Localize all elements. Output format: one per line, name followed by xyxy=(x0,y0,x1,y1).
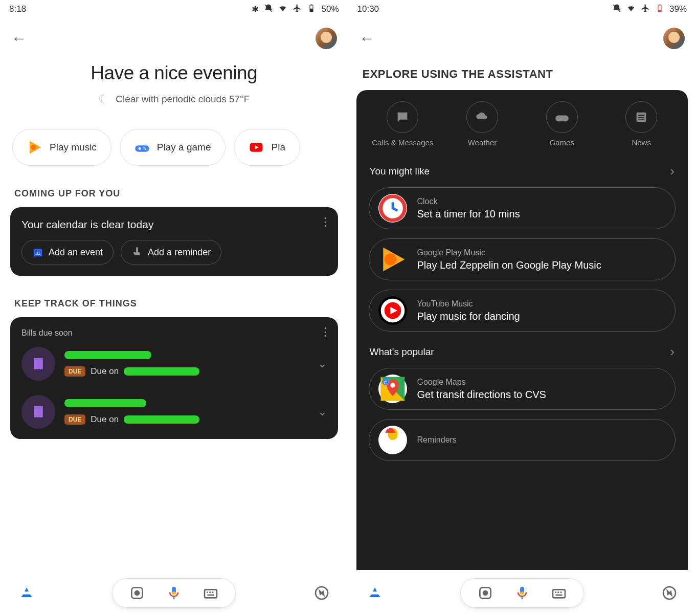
greeting-title: Have a nice evening xyxy=(10,62,338,84)
keyboard-icon[interactable] xyxy=(203,585,219,601)
explore-icon[interactable] xyxy=(313,585,330,601)
category-row: Calls & Messages Weather Games News xyxy=(366,101,679,147)
category-games[interactable]: Games xyxy=(525,101,599,147)
chip-play-music[interactable]: Play music xyxy=(12,129,111,166)
sub-heading: You might like xyxy=(370,166,430,177)
cat-label: Games xyxy=(549,138,574,147)
play-music-icon xyxy=(27,140,42,155)
redacted-text xyxy=(124,415,199,424)
svg-rect-54 xyxy=(555,595,562,596)
svg-rect-7 xyxy=(138,148,141,149)
suggestion-cmd: Get transit directions to CVS xyxy=(417,389,546,401)
chip-label: Play a game xyxy=(157,142,211,153)
weather-row: ☾ Clear with periodic clouds 57°F xyxy=(10,92,338,106)
you-might-like-row[interactable]: You might like › xyxy=(366,160,679,187)
svg-rect-20 xyxy=(207,591,208,593)
cat-label: Calls & Messages xyxy=(372,138,433,147)
updates-icon[interactable] xyxy=(18,585,35,601)
keyboard-icon[interactable] xyxy=(551,585,567,601)
chat-icon xyxy=(395,110,410,124)
gamepad-icon xyxy=(134,140,150,155)
app-name: Clock xyxy=(417,197,520,206)
explore-card: Calls & Messages Weather Games News You … xyxy=(356,90,688,570)
bill-item[interactable]: DUE Due on ⌄ xyxy=(21,340,327,388)
moon-icon: ☾ xyxy=(98,92,109,106)
bill-body: DUE Due on xyxy=(64,399,308,425)
sub-heading: What's popular xyxy=(370,346,434,358)
chip-label: Pla xyxy=(271,142,285,153)
svg-text:31: 31 xyxy=(35,251,40,256)
back-button[interactable]: ← xyxy=(360,31,375,46)
chevron-right-icon[interactable]: › xyxy=(670,344,675,360)
svg-rect-53 xyxy=(560,591,562,593)
svg-rect-2 xyxy=(310,8,313,12)
status-time: 10:30 xyxy=(357,4,379,14)
app-name: Google Maps xyxy=(417,378,546,387)
chip-youtube[interactable]: Pla xyxy=(234,129,300,166)
chip-row: Play music Play a game Pla xyxy=(0,112,348,176)
svg-point-8 xyxy=(143,147,145,149)
mic-icon[interactable] xyxy=(514,585,530,601)
explore-heading: EXPLORE USING THE ASSISTANT xyxy=(348,52,697,90)
lens-icon[interactable] xyxy=(477,585,493,601)
suggestion-cmd: Play Led Zeppelin on Google Play Music xyxy=(417,259,601,271)
svg-point-46 xyxy=(483,591,487,595)
suggestion-play-music[interactable]: Google Play Music Play Led Zeppelin on G… xyxy=(369,238,676,280)
svg-rect-50 xyxy=(553,589,565,598)
lens-icon[interactable] xyxy=(129,585,145,601)
suggestion-clock[interactable]: Clock Set a timer for 10 mins xyxy=(369,187,676,229)
suggestion-maps[interactable]: G Google Maps Get transit directions to … xyxy=(369,368,676,410)
svg-rect-21 xyxy=(210,591,211,593)
status-bar: 10:30 39% xyxy=(348,0,697,18)
chip-play-game[interactable]: Play a game xyxy=(120,129,226,166)
svg-point-15 xyxy=(135,591,139,595)
pill-label: Add an event xyxy=(49,247,103,258)
chip-label: Play music xyxy=(50,142,97,153)
category-news[interactable]: News xyxy=(604,101,679,147)
whats-popular-row[interactable]: What's popular › xyxy=(366,341,679,368)
category-calls[interactable]: Calls & Messages xyxy=(366,101,440,147)
due-prefix: Due on xyxy=(91,414,119,425)
svg-rect-3 xyxy=(311,4,312,5)
updates-icon[interactable] xyxy=(367,585,383,601)
suggestion-yt-music[interactable]: YouTube Music Play music for dancing xyxy=(369,290,676,332)
svg-rect-31 xyxy=(638,115,644,116)
section-coming-up: COMING UP FOR YOU xyxy=(0,176,348,207)
status-icons: 39% xyxy=(612,4,687,15)
svg-rect-22 xyxy=(212,591,214,593)
receipt-icon xyxy=(21,347,55,381)
section-keep-track: KEEP TRACK OF THINGS xyxy=(0,286,348,317)
add-event-button[interactable]: 31 Add an event xyxy=(21,240,114,265)
chevron-down-icon[interactable]: ⌄ xyxy=(318,405,327,419)
calendar-card-title: Your calendar is clear today xyxy=(21,218,327,231)
suggestion-reminders[interactable]: Reminders xyxy=(369,419,676,461)
wifi-icon xyxy=(278,4,287,15)
back-button[interactable]: ← xyxy=(11,31,27,46)
svg-rect-49 xyxy=(520,591,524,594)
add-reminder-button[interactable]: Add a reminder xyxy=(121,240,221,265)
weather-text: Clear with periodic clouds 57°F xyxy=(116,94,250,105)
bottom-nav xyxy=(0,570,348,616)
card-menu-button[interactable]: ⋮ xyxy=(320,216,331,228)
avatar[interactable] xyxy=(316,28,337,49)
wifi-icon xyxy=(626,4,636,15)
category-weather[interactable]: Weather xyxy=(445,101,520,147)
chevron-right-icon[interactable]: › xyxy=(670,163,675,179)
bills-card-title: Bills due soon xyxy=(21,328,327,338)
yt-music-icon xyxy=(378,296,407,325)
chevron-down-icon[interactable]: ⌄ xyxy=(318,357,327,370)
avatar[interactable] xyxy=(663,28,685,49)
bill-body: DUE Due on xyxy=(64,351,308,377)
redacted-text xyxy=(64,399,146,407)
assistant-pill xyxy=(460,578,584,608)
screen-right: 10:30 39% ← EXPLORE USING THE ASSISTANT … xyxy=(348,0,697,616)
due-badge: DUE xyxy=(64,366,85,377)
mic-icon[interactable] xyxy=(166,585,182,601)
calendar-icon: 31 xyxy=(32,247,43,258)
card-menu-button[interactable]: ⋮ xyxy=(320,326,331,338)
airplane-icon xyxy=(641,4,650,15)
bill-item[interactable]: DUE Due on ⌄ xyxy=(21,388,327,436)
explore-icon[interactable] xyxy=(661,585,678,601)
receipt-icon xyxy=(21,395,55,429)
battery-low-icon xyxy=(655,4,664,15)
